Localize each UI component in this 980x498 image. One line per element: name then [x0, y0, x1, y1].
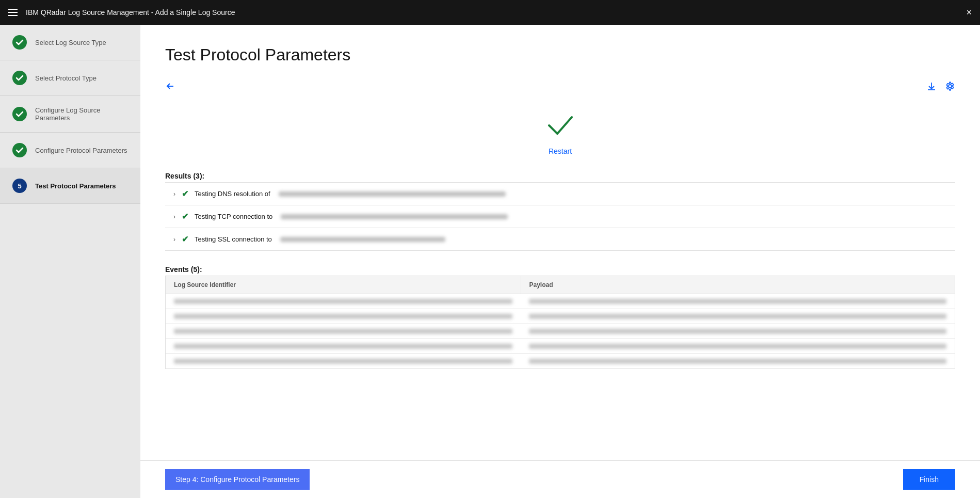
check-icon-1: ✔: [182, 189, 188, 199]
result-blurred-1: [279, 191, 506, 197]
check-icon-2: ✔: [182, 212, 188, 221]
step-3-label: Configure Log Source Parameters: [35, 106, 128, 122]
hamburger-icon[interactable]: [8, 9, 18, 16]
result-blurred-2: [281, 214, 508, 219]
toolbar-row: [165, 81, 955, 91]
step-3-indicator: [12, 107, 27, 121]
events-section: Events (5): Log Source Identifier Payloa…: [165, 265, 955, 369]
blurred-payload-4: [529, 344, 946, 349]
table-row: [166, 324, 955, 339]
chevron-right-icon-1[interactable]: ›: [173, 190, 175, 198]
sidebar: Select Log Source Type Select Protocol T…: [0, 25, 140, 498]
col-header-payload: Payload: [521, 276, 955, 294]
svg-point-3: [949, 85, 952, 88]
col-header-identifier: Log Source Identifier: [166, 276, 521, 294]
results-list: › ✔ Testing DNS resolution of › ✔ Testin…: [165, 182, 955, 251]
step-5-label: Test Protocol Parameters: [35, 182, 116, 190]
blurred-payload-3: [529, 329, 946, 334]
blurred-payload-2: [529, 314, 946, 319]
table-header-row: Log Source Identifier Payload: [166, 276, 955, 294]
sidebar-item-select-log-source-type[interactable]: Select Log Source Type: [0, 25, 140, 60]
results-heading: Results (3):: [165, 172, 955, 180]
step-5-indicator: 5: [12, 179, 27, 193]
blurred-identifier-5: [174, 359, 512, 364]
step-2-label: Select Protocol Type: [35, 74, 97, 82]
chevron-right-icon-2[interactable]: ›: [173, 213, 175, 220]
success-checkmark: [544, 108, 577, 141]
results-section: Results (3): › ✔ Testing DNS resolution …: [165, 172, 955, 251]
table-cell-payload-5: [521, 354, 955, 369]
download-button[interactable]: [926, 81, 937, 91]
table-cell-payload-1: [521, 294, 955, 309]
table-cell-payload-3: [521, 324, 955, 339]
table-cell-identifier-1: [166, 294, 521, 309]
download-icon: [926, 81, 937, 91]
table-row: [166, 309, 955, 324]
step-4-indicator: [12, 143, 27, 157]
content-body: Test Protocol Parameters: [140, 25, 980, 460]
step-2-indicator: [12, 71, 27, 85]
back-button-toolbar[interactable]: [165, 81, 175, 91]
close-icon[interactable]: ×: [966, 8, 972, 17]
table-cell-identifier-3: [166, 324, 521, 339]
table-cell-payload-4: [521, 339, 955, 354]
app-header: IBM QRadar Log Source Management - Add a…: [0, 0, 980, 25]
step-1-indicator: [12, 35, 27, 50]
sidebar-item-test-protocol[interactable]: 5 Test Protocol Parameters: [0, 168, 140, 204]
table-row: [166, 294, 955, 309]
events-heading: Events (5):: [165, 265, 955, 274]
blurred-identifier-4: [174, 344, 512, 349]
sidebar-item-select-protocol-type[interactable]: Select Protocol Type: [0, 60, 140, 96]
table-row: [166, 339, 955, 354]
chevron-right-icon-3[interactable]: ›: [173, 236, 175, 243]
table-cell-identifier-4: [166, 339, 521, 354]
events-table: Log Source Identifier Payload: [165, 276, 955, 369]
blurred-identifier-1: [174, 299, 512, 304]
toolbar-icons: [926, 81, 955, 91]
step-4-label: Configure Protocol Parameters: [35, 147, 127, 154]
result-text-2: Testing TCP connection to: [195, 213, 272, 220]
settings-button[interactable]: [945, 81, 955, 91]
step-5-number: 5: [18, 182, 21, 190]
result-text-3: Testing SSL connection to: [195, 235, 272, 243]
checkmark-icon: [544, 108, 577, 141]
content-footer: Step 4: Configure Protocol Parameters Fi…: [140, 460, 980, 498]
result-item-1: › ✔ Testing DNS resolution of: [165, 183, 955, 205]
result-text-1: Testing DNS resolution of: [195, 190, 270, 198]
main-layout: Select Log Source Type Select Protocol T…: [0, 25, 980, 498]
result-item-2: › ✔ Testing TCP connection to: [165, 205, 955, 228]
back-to-step4-button[interactable]: Step 4: Configure Protocol Parameters: [165, 469, 310, 490]
content-area: Test Protocol Parameters: [140, 25, 980, 498]
restart-button[interactable]: Restart: [549, 147, 572, 155]
blurred-payload-5: [529, 359, 946, 364]
app-title: IBM QRadar Log Source Management - Add a…: [26, 8, 235, 17]
blurred-identifier-3: [174, 329, 512, 334]
blurred-payload-1: [529, 299, 946, 304]
success-area: Restart: [165, 108, 955, 155]
sidebar-item-configure-protocol[interactable]: Configure Protocol Parameters: [0, 133, 140, 168]
settings-icon: [945, 81, 955, 91]
back-arrow-icon: [165, 81, 175, 91]
sidebar-item-configure-log-source[interactable]: Configure Log Source Parameters: [0, 96, 140, 133]
table-row: [166, 354, 955, 369]
result-blurred-3: [280, 237, 445, 242]
step-1-label: Select Log Source Type: [35, 39, 106, 46]
table-cell-identifier-5: [166, 354, 521, 369]
page-title: Test Protocol Parameters: [165, 45, 955, 65]
check-icon-3: ✔: [182, 234, 188, 244]
finish-button[interactable]: Finish: [903, 469, 955, 490]
blurred-identifier-2: [174, 314, 512, 319]
table-cell-payload-2: [521, 309, 955, 324]
table-cell-identifier-2: [166, 309, 521, 324]
result-item-3: › ✔ Testing SSL connection to: [165, 228, 955, 251]
